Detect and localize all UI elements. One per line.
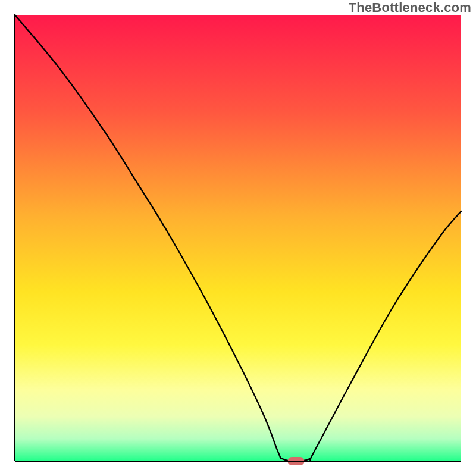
bottleneck-plot — [0, 0, 476, 476]
chart-container: TheBottleneck.com — [0, 0, 476, 476]
branding-label: TheBottleneck.com — [349, 0, 471, 15]
plot-background — [15, 15, 461, 461]
